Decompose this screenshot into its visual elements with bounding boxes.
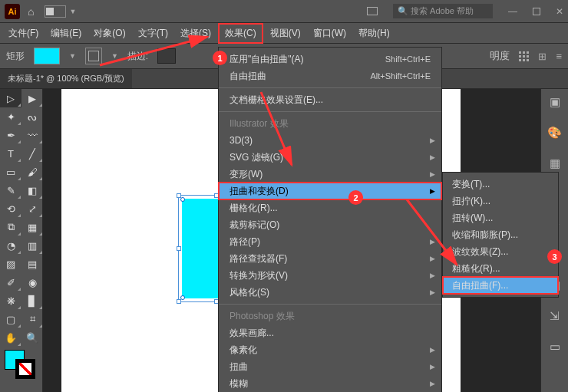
- curvature-tool-icon[interactable]: 〰: [21, 126, 43, 144]
- menu-item-pathfinder[interactable]: 路径查找器(F)▶: [219, 250, 441, 267]
- free-transform-tool-icon[interactable]: ▦: [21, 218, 43, 236]
- opacity-label: 明度: [490, 49, 510, 63]
- eyedropper-tool-icon[interactable]: ✐: [0, 273, 21, 292]
- submenu-item-free-distort[interactable]: 自由扭曲(F)...: [443, 277, 558, 294]
- rotate-tool-icon[interactable]: ⟲: [0, 199, 21, 218]
- color-panel-icon[interactable]: 🎨: [547, 126, 562, 140]
- maximize-button[interactable]: [533, 8, 540, 15]
- submenu-item-zigzag[interactable]: 波纹效果(Z)...: [443, 243, 558, 260]
- submenu-item-pucker[interactable]: 收缩和膨胀(P)...: [443, 226, 558, 243]
- menu-file[interactable]: 文件(F): [3, 25, 44, 42]
- stroke-color-swatch[interactable]: [85, 48, 102, 64]
- eraser-tool-icon[interactable]: ◧: [21, 181, 43, 199]
- menu-effect[interactable]: 效果(C): [218, 23, 263, 44]
- asset-export-panel-icon[interactable]: ⇲: [550, 309, 560, 323]
- menu-view[interactable]: 视图(V): [265, 25, 306, 42]
- submenu-item-twist[interactable]: 扭转(W)...: [443, 209, 558, 226]
- app-logo: Ai: [5, 4, 20, 19]
- stroke-weight-field[interactable]: [157, 48, 176, 64]
- home-icon[interactable]: ⌂: [28, 5, 34, 18]
- shaper-tool-icon[interactable]: ✎: [0, 181, 21, 199]
- direct-selection-tool-icon[interactable]: ▶: [21, 89, 43, 107]
- workspace-switcher-icon[interactable]: [45, 5, 66, 18]
- submenu-item-roughen[interactable]: 粗糙化(R)...: [443, 260, 558, 277]
- menu-bar: 文件(F) 编辑(E) 对象(O) 文字(T) 选择(S) 效果(C) 视图(V…: [0, 23, 568, 43]
- title-bar: Ai ⌂ ▼ 🔍 搜索 Adobe 帮助 — ✕: [0, 0, 568, 23]
- transform-panel-icon[interactable]: ⊞: [538, 51, 547, 62]
- chevron-down-icon[interactable]: ▼: [111, 52, 118, 60]
- stroke-label: 描边:: [127, 50, 148, 63]
- libraries-panel-icon[interactable]: ▭: [550, 340, 560, 354]
- lasso-tool-icon[interactable]: ᔓ: [21, 107, 43, 126]
- slice-tool-icon[interactable]: ⌗: [21, 310, 43, 328]
- menu-item-svg-filter[interactable]: SVG 滤镜(G)▶: [219, 149, 441, 166]
- align-panel-icon[interactable]: [519, 51, 529, 61]
- stroke-color-well[interactable]: [15, 359, 35, 379]
- menu-object[interactable]: 对象(O): [88, 25, 130, 42]
- column-graph-tool-icon[interactable]: ▊: [21, 292, 43, 310]
- perspective-grid-tool-icon[interactable]: ▥: [21, 236, 43, 255]
- menu-separator: [219, 111, 441, 112]
- menu-help[interactable]: 帮助(H): [353, 25, 395, 42]
- mesh-tool-icon[interactable]: ▨: [0, 255, 21, 273]
- minimize-button[interactable]: —: [508, 6, 517, 17]
- control-bar-right: 明度 ⊞ ≡: [490, 49, 562, 63]
- menu-item-blur[interactable]: 模糊▶: [219, 375, 441, 392]
- scale-tool-icon[interactable]: ⤢: [21, 199, 43, 218]
- menu-item-rasterize[interactable]: 栅格化(R)...: [219, 199, 441, 216]
- anchor-point[interactable]: [180, 197, 185, 202]
- menu-item-3d[interactable]: 3D(3)▶: [219, 132, 441, 149]
- menu-item-last-effect[interactable]: 自由扭曲Alt+Shift+Ctrl+E: [219, 68, 441, 84]
- selection-type-label: 矩形: [6, 50, 25, 63]
- selection-tool-icon[interactable]: ▷: [0, 89, 21, 107]
- artboard-tool-icon[interactable]: ▢: [0, 310, 21, 328]
- annotation-badge-3: 3: [547, 249, 562, 264]
- magic-wand-tool-icon[interactable]: ✦: [0, 107, 21, 126]
- properties-panel-icon[interactable]: ▣: [550, 95, 560, 109]
- blend-tool-icon[interactable]: ◉: [21, 273, 43, 292]
- menu-item-path[interactable]: 路径(P)▶: [219, 233, 441, 250]
- resize-handle[interactable]: [177, 299, 181, 304]
- menu-item-warp[interactable]: 变形(W)▶: [219, 166, 441, 183]
- panel-menu-icon[interactable]: ≡: [556, 51, 562, 62]
- width-tool-icon[interactable]: ⧉: [0, 218, 21, 236]
- menu-type[interactable]: 文字(T): [133, 25, 173, 42]
- menu-item-doc-raster[interactable]: 文档栅格效果设置(E)...: [219, 91, 441, 108]
- line-tool-icon[interactable]: ╱: [21, 144, 43, 163]
- menu-item-crop-marks[interactable]: 裁剪标记(O): [219, 216, 441, 233]
- menu-item-stylize[interactable]: 风格化(S)▶: [219, 284, 441, 301]
- resize-handle[interactable]: [177, 246, 181, 251]
- submenu-item-transform[interactable]: 变换(T)...: [443, 176, 558, 193]
- menu-header-illustrator: Illustrator 效果: [219, 115, 441, 132]
- menu-item-effect-gallery[interactable]: 效果画廊...: [219, 324, 441, 341]
- menu-item-distort-ps[interactable]: 扭曲▶: [219, 358, 441, 375]
- anchor-point[interactable]: [180, 295, 185, 300]
- hand-tool-icon[interactable]: ✋: [0, 328, 21, 347]
- color-wells: [0, 347, 43, 377]
- document-tab[interactable]: 未标题-1* @ 100% (RGB/预览): [0, 69, 132, 88]
- type-tool-icon[interactable]: T: [0, 144, 21, 163]
- chevron-down-icon[interactable]: ▼: [69, 8, 76, 15]
- fill-color-swatch[interactable]: [34, 48, 60, 64]
- zoom-tool-icon[interactable]: 🔍: [21, 328, 43, 347]
- gradient-tool-icon[interactable]: ▤: [21, 255, 43, 273]
- paintbrush-tool-icon[interactable]: 🖌: [21, 163, 43, 181]
- close-button[interactable]: ✕: [556, 6, 563, 17]
- rectangle-tool-icon[interactable]: ▭: [0, 163, 21, 181]
- shape-builder-tool-icon[interactable]: ◔: [0, 236, 21, 255]
- swatches-panel-icon[interactable]: ▦: [550, 156, 560, 170]
- menu-item-distort-transform[interactable]: 扭曲和变换(D)▶: [219, 183, 441, 199]
- help-search-input[interactable]: 🔍 搜索 Adobe 帮助: [393, 4, 493, 18]
- menu-item-pixelate[interactable]: 像素化▶: [219, 341, 441, 358]
- menu-item-apply-last[interactable]: 应用"自由扭曲"(A)Shift+Ctrl+E: [219, 51, 441, 68]
- menu-window[interactable]: 窗口(W): [308, 25, 352, 42]
- menu-select[interactable]: 选择(S): [175, 25, 216, 42]
- pen-tool-icon[interactable]: ✒: [0, 126, 21, 144]
- arrange-documents-icon[interactable]: [367, 7, 378, 15]
- chevron-down-icon[interactable]: ▼: [69, 52, 76, 60]
- annotation-badge-2: 2: [348, 190, 363, 205]
- menu-item-convert-shape[interactable]: 转换为形状(V)▶: [219, 267, 441, 284]
- submenu-item-tweak[interactable]: 扭拧(K)...: [443, 193, 558, 209]
- menu-edit[interactable]: 编辑(E): [45, 25, 87, 42]
- symbol-sprayer-tool-icon[interactable]: ❋: [0, 292, 21, 310]
